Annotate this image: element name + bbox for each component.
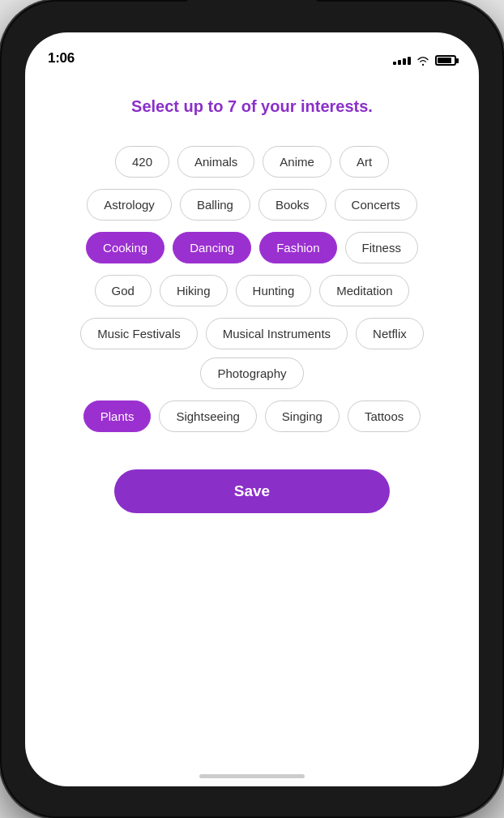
home-indicator <box>199 774 305 778</box>
status-bar: 1:06 <box>25 32 479 71</box>
tag-astrology[interactable]: Astrology <box>87 189 172 221</box>
tag-animals[interactable]: Animals <box>177 146 254 178</box>
status-icons <box>393 55 456 66</box>
tag-music-festivals[interactable]: Music Festivals <box>80 318 198 349</box>
tags-container: 420AnimalsAnimeArtAstrologyBallingBooksC… <box>41 146 463 432</box>
tag-row: 420AnimalsAnimeArt <box>115 146 389 178</box>
wifi-icon <box>416 55 430 66</box>
tag-row: CookingDancingFashionFitness <box>86 232 418 263</box>
tag-row: AstrologyBallingBooksConcerts <box>87 189 416 221</box>
tag-balling[interactable]: Balling <box>180 189 250 221</box>
tag-meditation[interactable]: Meditation <box>319 275 409 306</box>
phone-screen: 1:06 Select up <box>25 32 479 786</box>
phone-frame: 1:06 Select up <box>0 0 504 818</box>
content-area: Select up to 7 of your interests. 420Ani… <box>25 71 479 786</box>
tag-books[interactable]: Books <box>258 189 327 221</box>
tag-tattoos[interactable]: Tattoos <box>348 400 421 432</box>
status-time: 1:06 <box>48 50 75 66</box>
tag-row: PlantsSightseeingSingingTattoos <box>83 400 421 432</box>
tag-concerts[interactable]: Concerts <box>335 189 417 221</box>
tag-sightseeing[interactable]: Sightseeing <box>159 400 256 432</box>
tag-row: Music FestivalsMusical InstrumentsNetfli… <box>41 318 463 389</box>
tag-hiking[interactable]: Hiking <box>160 275 228 306</box>
tag-hunting[interactable]: Hunting <box>236 275 312 306</box>
battery-icon <box>435 55 456 66</box>
tag-netflix[interactable]: Netflix <box>356 318 424 349</box>
save-button[interactable]: Save <box>114 469 390 513</box>
page-title: Select up to 7 of your interests. <box>131 96 373 117</box>
tag-god[interactable]: God <box>95 275 152 306</box>
tag-plants[interactable]: Plants <box>83 400 152 432</box>
tag-420[interactable]: 420 <box>115 146 169 178</box>
tag-cooking[interactable]: Cooking <box>86 232 164 263</box>
tag-singing[interactable]: Singing <box>265 400 340 432</box>
tag-anime[interactable]: Anime <box>263 146 331 178</box>
signal-icon <box>393 57 411 65</box>
tag-musical-instruments[interactable]: Musical Instruments <box>206 318 348 349</box>
notch <box>187 0 317 26</box>
tag-art[interactable]: Art <box>340 146 389 178</box>
tag-dancing[interactable]: Dancing <box>173 232 251 263</box>
tag-row: GodHikingHuntingMeditation <box>95 275 410 306</box>
tag-fitness[interactable]: Fitness <box>345 232 418 263</box>
tag-fashion[interactable]: Fashion <box>259 232 336 263</box>
tag-photography[interactable]: Photography <box>200 358 303 389</box>
